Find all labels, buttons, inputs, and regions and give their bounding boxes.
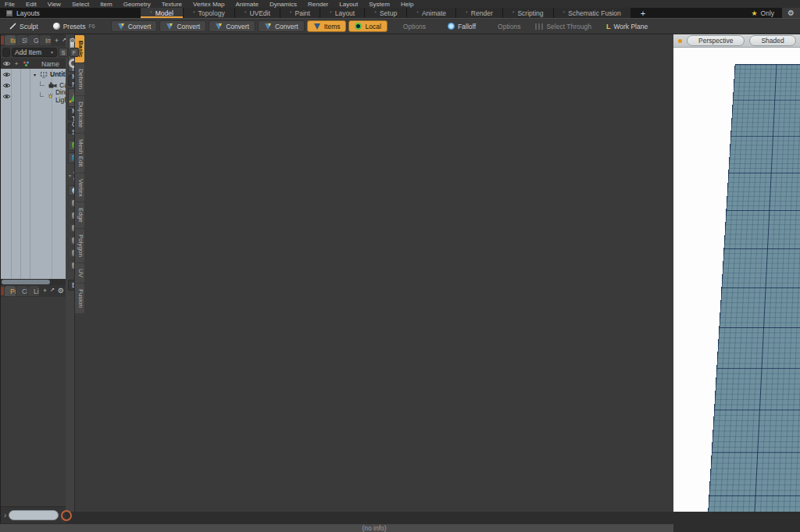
items-mode-button[interactable]: Items [307,20,347,32]
vtab-deform[interactable]: Deform [75,63,84,95]
gizmo-tool-button[interactable] [68,88,75,107]
expand-twisty-icon[interactable]: ▾ [34,72,36,77]
menu-file[interactable]: File [5,1,15,8]
menu-vertex-map[interactable]: Vertex Map [193,1,224,8]
add-panel-tab-button[interactable]: + [40,287,50,295]
item-menu-dropdown[interactable]: Item Menu: New Item▼ [68,75,75,86]
thicken-button[interactable]: Thicken [68,260,75,271]
layoutbar-gear-button[interactable]: ⚙ [782,8,800,18]
solo-button[interactable]: S [59,48,68,57]
select-through-button[interactable]: Select Through [529,20,598,32]
menu-animate[interactable]: Animate [236,1,259,8]
mesh-constraints-button[interactable]: Mesh Constraints [68,152,75,163]
work-plane-icon: L [606,23,611,30]
tab-properties[interactable]: Properties [5,286,16,296]
more-transforms-dropdown[interactable]: More Transforms▼ [68,109,75,120]
menu-texture[interactable]: Texture [162,1,182,8]
vtab-vertex[interactable]: Vertex [75,173,84,202]
menu-system[interactable]: System [369,1,390,8]
presets-button[interactable]: PresetsF6 [47,20,102,32]
menu-layout[interactable]: Layout [339,1,358,8]
panel-gear-icon[interactable]: ⚙ [58,287,64,295]
local-axis-button[interactable]: Local [348,20,387,32]
menu-dynamics[interactable]: Dynamics [270,1,297,8]
extrude-button[interactable]: ExtrudeShift-X [68,210,75,221]
bridge-button[interactable]: Bridge [68,223,75,234]
add-geometry-section-header[interactable]: ▾ Add Geometry [69,167,72,183]
center-selected-dropdown[interactable]: Center Selected▼ [68,123,75,134]
edge-slice-button[interactable]: Edge Slice [68,235,75,246]
viewport-tab-perspective[interactable]: Perspective [687,35,745,46]
tab-item-list[interactable]: Item ... [5,35,16,45]
tab-model[interactable]: *Model [141,8,183,18]
work-plane-button[interactable]: L Work Plane [600,20,654,32]
vtab-fusion[interactable]: Fusion [75,284,84,313]
add-layout-tab-button[interactable]: + [631,8,655,18]
panel-handle[interactable] [1,36,4,45]
menu-item[interactable]: Item [100,1,112,8]
tab-channels[interactable]: Channels [16,286,27,296]
menu-view[interactable]: View [48,1,61,8]
vtab-polygon[interactable]: Polygon [75,229,84,262]
tab-groups[interactable]: Groups [28,35,39,45]
tab-uvedit[interactable]: *UVEdit [235,8,280,18]
eye-icon[interactable] [2,93,11,100]
sds-subdivide-button[interactable]: SDS Subdivide 2X [68,185,75,196]
layouts-button[interactable]: Layouts [0,8,51,18]
panel-handle[interactable] [1,287,4,295]
color-column-header [21,60,30,67]
eye-icon[interactable] [2,82,11,89]
vtab-mesh-edit[interactable]: Mesh Edit [75,134,84,173]
vtab-uv[interactable]: UV [75,263,84,283]
menu-geometry[interactable]: Geometry [123,1,151,8]
filter-items-input[interactable] [2,48,10,57]
convert-icon [264,23,272,30]
vtab-duplicate[interactable]: Duplicate [75,96,84,133]
item-row-directional-light[interactable]: Directional Light [1,91,66,102]
panel-gear-icon[interactable]: ⚙ [70,37,76,45]
tab-paint[interactable]: *Paint [280,8,320,18]
viewport-tab-shaded[interactable]: Shaded [749,35,795,46]
filter-button[interactable]: F [70,48,79,57]
command-input[interactable] [9,510,59,520]
polygon-bevel-button[interactable]: Polygon BevelShift-B [68,198,75,209]
add-item-dropdown[interactable]: Add Item ▼ [12,48,57,57]
edit-dropdown[interactable]: Edit▼ [68,280,75,291]
menu-render[interactable]: Render [308,1,328,8]
sculpt-button[interactable]: Sculpt [3,20,45,32]
only-toggle[interactable]: ★ Only [745,8,780,18]
tab-topology[interactable]: *Topology [184,8,234,18]
tab-lists[interactable]: Lists [28,286,39,296]
convert-button-4[interactable]: Convert [258,20,305,32]
eye-icon[interactable] [2,71,11,78]
snaps-precision-button[interactable]: Snaps and Precision [68,140,75,151]
vtab-edge[interactable]: Edge [75,202,84,228]
options-button-1[interactable]: Options [397,20,432,32]
record-circle-icon[interactable] [61,510,72,521]
tab-animate[interactable]: *Animate [407,8,455,18]
viewport-canvas[interactable] [673,48,800,512]
add-panel-tab-button[interactable]: + [52,37,62,45]
tab-render[interactable]: *Render [456,8,502,18]
tab-setup[interactable]: *Setup [365,8,406,18]
smooth-shift-button[interactable]: Smooth Shift [68,248,75,259]
tree-branch-line [40,92,44,97]
tab-shading[interactable]: Shading [16,35,27,45]
tab-scripting[interactable]: *Scripting [503,8,553,18]
convert-button-2[interactable]: Convert [159,20,206,32]
menu-help[interactable]: Help [401,1,413,8]
expand-panel-icon[interactable]: ↗ [62,37,66,45]
tab-schematic-fusion[interactable]: *Schematic Fusion [554,8,630,18]
tab-images[interactable]: Images [40,35,51,45]
expand-panel-icon[interactable]: ↗ [50,287,55,295]
item-list-hscrollbar[interactable] [1,279,66,285]
item-row-untitled[interactable]: ▾ Untitled* [1,69,66,80]
convert-button-3[interactable]: Convert [209,20,255,32]
menu-select[interactable]: Select [72,1,89,8]
options-button-2[interactable]: Options [491,20,527,32]
convert-button-1[interactable]: Convert [111,20,158,32]
falloff-button[interactable]: Falloff [441,20,482,32]
scrollbar-thumb[interactable] [2,280,50,284]
tab-layout[interactable]: *Layout [320,8,364,18]
menu-edit[interactable]: Edit [26,1,37,8]
